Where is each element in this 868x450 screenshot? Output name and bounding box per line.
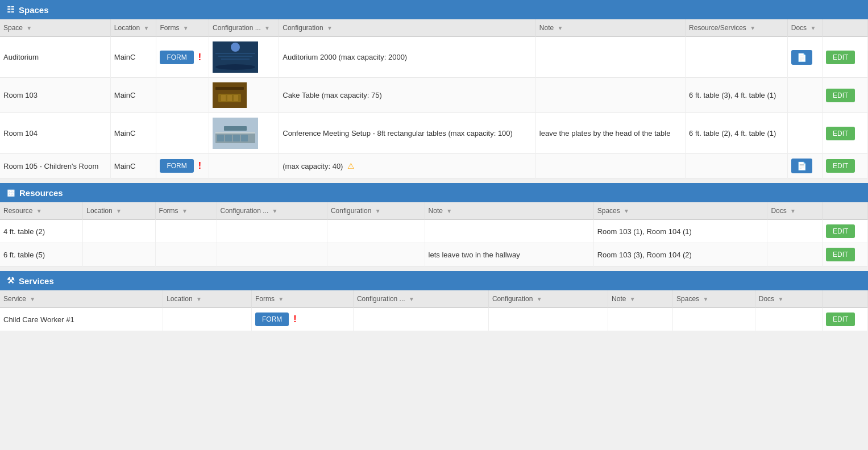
- space-config-thumb: [209, 37, 279, 78]
- table-row: Room 105 - Children's Room MainC FORM ! …: [0, 154, 868, 178]
- space-forms: [156, 113, 209, 154]
- filter-icon[interactable]: ▼: [183, 25, 189, 31]
- service-configuration: [488, 308, 608, 331]
- edit-button[interactable]: EDIT: [826, 159, 855, 173]
- table-row: 4 ft. table (2) Room 103 (1), Room 104 (…: [0, 220, 868, 243]
- filter-icon[interactable]: ▼: [272, 208, 278, 214]
- resource-forms: [155, 220, 217, 243]
- space-configuration: Auditorium 2000 (max capacity: 2000): [279, 37, 536, 78]
- filter-icon[interactable]: ▼: [278, 296, 284, 302]
- services-title: Services: [19, 276, 54, 286]
- filter-icon[interactable]: ▼: [810, 25, 816, 31]
- resources-header-row: Resource ▼ Location ▼ Forms ▼ Configurat…: [0, 202, 868, 220]
- col-config-thumb: Configuration ... ▼: [209, 19, 279, 37]
- filter-icon[interactable]: ▼: [557, 25, 563, 31]
- services-icon: ⚒: [7, 276, 14, 286]
- doc-button[interactable]: 📄: [791, 50, 812, 65]
- filter-icon[interactable]: ▼: [26, 25, 32, 31]
- col-spaces: Spaces ▼: [673, 290, 755, 308]
- spaces-header: ☷ Spaces: [0, 0, 868, 19]
- table-row: Auditorium MainC FORM !: [0, 37, 868, 78]
- form-button[interactable]: FORM: [160, 159, 193, 173]
- col-docs: Docs ▼: [755, 290, 822, 308]
- edit-button[interactable]: EDIT: [826, 224, 855, 238]
- filter-icon[interactable]: ▼: [196, 296, 202, 302]
- resource-config-thumb: [217, 243, 327, 266]
- table-row: Child Care Worker #1 FORM ! EDIT: [0, 308, 868, 331]
- space-name: Auditorium: [0, 37, 110, 78]
- resource-config-thumb: [217, 220, 327, 243]
- filter-icon[interactable]: ▼: [446, 208, 452, 214]
- space-docs: 📄: [787, 154, 822, 178]
- resource-spaces: Room 103 (1), Room 104 (1): [593, 220, 767, 243]
- edit-button[interactable]: EDIT: [826, 312, 855, 326]
- warning-icon: ⚠: [347, 161, 355, 170]
- col-resource: Resource ▼: [0, 202, 83, 220]
- col-actions: [823, 19, 868, 37]
- edit-button[interactable]: EDIT: [826, 51, 855, 64]
- filter-icon[interactable]: ▼: [750, 25, 755, 31]
- edit-button[interactable]: EDIT: [826, 127, 855, 140]
- space-config-thumb: [209, 113, 279, 154]
- space-location: MainC: [110, 113, 156, 154]
- services-section: ⚒ Services Service ▼ Location ▼ Forms ▼ …: [0, 271, 868, 331]
- resource-note: lets leave two in the hallway: [425, 243, 593, 266]
- svg-rect-10: [234, 95, 238, 101]
- resource-edit: EDIT: [823, 220, 868, 243]
- spaces-section: ☷ Spaces Space ▼ Location ▼ Forms ▼ Conf…: [0, 0, 868, 178]
- edit-button[interactable]: EDIT: [826, 248, 855, 261]
- filter-icon[interactable]: ▼: [30, 296, 35, 302]
- forms-cell: FORM !: [255, 312, 350, 326]
- service-spaces: [673, 308, 755, 331]
- resources-icon: ▩: [7, 188, 15, 198]
- col-resources: Resource/Services ▼: [686, 19, 788, 37]
- space-edit: EDIT: [823, 78, 868, 113]
- filter-icon[interactable]: ▼: [624, 208, 629, 214]
- filter-icon[interactable]: ▼: [409, 296, 414, 302]
- filter-icon[interactable]: ▼: [144, 25, 149, 31]
- filter-icon[interactable]: ▼: [778, 296, 783, 302]
- services-table-wrapper: Service ▼ Location ▼ Forms ▼ Configurati…: [0, 290, 868, 331]
- space-edit: EDIT: [823, 37, 868, 78]
- exclamation-icon: !: [198, 52, 201, 63]
- resource-docs: [767, 220, 823, 243]
- services-header-row: Service ▼ Location ▼ Forms ▼ Configurati…: [0, 290, 868, 308]
- col-forms: Forms ▼: [156, 19, 209, 37]
- resource-forms: [155, 243, 217, 266]
- col-docs: Docs ▼: [787, 19, 822, 37]
- filter-icon[interactable]: ▼: [264, 25, 270, 31]
- resource-edit: EDIT: [823, 243, 868, 266]
- col-configuration: Configuration ▼: [279, 19, 536, 37]
- services-header: ⚒ Services: [0, 271, 868, 290]
- doc-button[interactable]: 📄: [791, 159, 812, 173]
- filter-icon[interactable]: ▼: [790, 208, 796, 214]
- filter-icon[interactable]: ▼: [182, 208, 188, 214]
- filter-icon[interactable]: ▼: [375, 208, 381, 214]
- space-note: [535, 154, 685, 178]
- space-docs: [787, 113, 822, 154]
- col-config-thumb: Configuration ... ▼: [217, 202, 327, 220]
- filter-icon[interactable]: ▼: [327, 25, 333, 31]
- form-button[interactable]: FORM: [160, 51, 193, 64]
- space-location: MainC: [110, 154, 156, 178]
- form-button[interactable]: FORM: [255, 312, 289, 326]
- filter-icon[interactable]: ▼: [116, 208, 122, 214]
- filter-icon[interactable]: ▼: [36, 208, 42, 214]
- filter-icon[interactable]: ▼: [703, 296, 708, 302]
- col-note: Note ▼: [425, 202, 593, 220]
- filter-icon[interactable]: ▼: [630, 296, 636, 302]
- service-location: [163, 308, 252, 331]
- space-note: [535, 78, 685, 113]
- space-note: leave the plates by the head of the tabl…: [535, 113, 685, 154]
- space-configuration: (max capacity: 40) ⚠: [279, 154, 536, 178]
- svg-rect-4: [221, 59, 250, 60]
- col-location: Location ▼: [83, 202, 155, 220]
- resources-header: ▩ Resources: [0, 183, 868, 202]
- space-image: [213, 41, 258, 73]
- svg-rect-2: [215, 53, 255, 54]
- filter-icon[interactable]: ▼: [537, 296, 542, 302]
- svg-rect-19: [224, 126, 247, 131]
- edit-button[interactable]: EDIT: [826, 89, 855, 102]
- space-config-thumb: [209, 154, 279, 178]
- resources-section: ▩ Resources Resource ▼ Location ▼ Forms …: [0, 183, 868, 266]
